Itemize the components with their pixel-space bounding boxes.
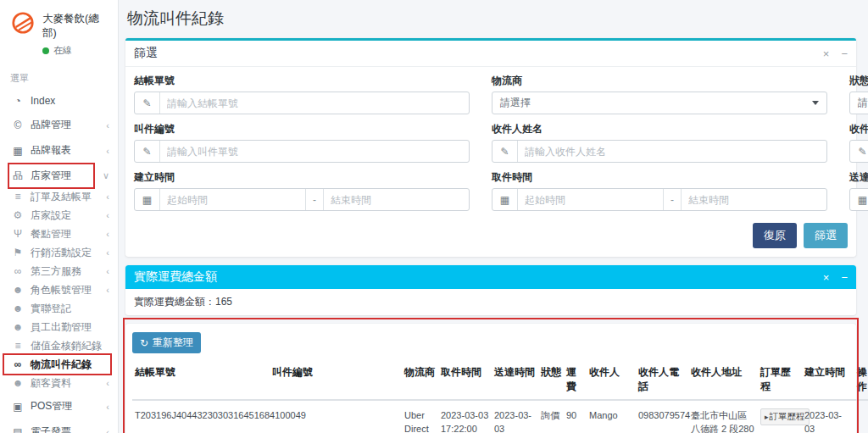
cell-checkout-no: T203196J4044323030316451684100049 — [132, 400, 270, 433]
refresh-button[interactable]: ↻ 重新整理 — [132, 332, 201, 353]
sidebar-section-label: 選單 — [0, 64, 118, 88]
sidebar-item-third-party[interactable]: ∞ 第三方服務 ‹ — [0, 262, 118, 280]
col-order-history: 訂單歷程 — [758, 361, 802, 400]
filter-card-tools: × − — [823, 48, 848, 59]
range-separator: - — [305, 189, 324, 210]
field-pickup-time: 取件時間 ▦ - — [492, 170, 827, 211]
col-recipient: 收件人 — [587, 361, 636, 400]
logistics-table-card: ↻ 重新整理 結帳單號 叫件編號 物流商 取件時間 送達時間 狀態 運費 收 — [125, 324, 856, 433]
sidebar-item-employee-attendance[interactable]: ☻ 員工出勤管理 — [0, 318, 118, 336]
sidebar-item-pos-management[interactable]: ▣ POS管理 ‹ — [0, 395, 118, 418]
reset-button[interactable]: 復原 — [753, 223, 797, 248]
created-time-label: 建立時間 — [134, 170, 470, 185]
caret-right-icon: ▸ — [765, 413, 769, 421]
chevron-left-icon: ‹ — [106, 427, 109, 433]
field-recipient-name: 收件人姓名 ✎ — [492, 122, 827, 163]
filter-button[interactable]: 篩選 — [804, 223, 848, 248]
cell-pickup: 2023-03-03 17:22:00 — [438, 400, 492, 433]
cell-address: 臺北市中山區八德路 2 段280號 — [688, 400, 758, 433]
motorcycle-icon: ∞ — [10, 358, 25, 370]
call-no-input[interactable] — [160, 141, 469, 162]
provider-select[interactable]: 請選擇 — [492, 92, 827, 114]
cell-status: 詢價 — [538, 400, 564, 433]
sidebar-item-contact-registration[interactable]: ☻ 實聯登記 — [0, 299, 118, 318]
sidebar-item-meal-management[interactable]: Ψ 餐點管理 ‹ — [0, 225, 118, 243]
pickup-time-end-input[interactable] — [682, 189, 826, 210]
table-row: T203196J4044323030316451684100049 Uber D… — [132, 400, 868, 433]
sidebar-item-e-invoice[interactable]: ▤ 電子發票 ‹ — [0, 420, 118, 433]
provider-label: 物流商 — [492, 74, 827, 88]
col-delivery-time: 送達時間 — [492, 361, 538, 400]
pickup-time-label: 取件時間 — [492, 170, 827, 185]
field-provider: 物流商 請選擇 — [492, 74, 827, 114]
pencil-icon: ✎ — [135, 92, 160, 114]
summary-card-tools: × − — [823, 272, 848, 283]
status-select[interactable]: 請選擇 — [849, 92, 868, 114]
cell-recipient: Mango — [587, 400, 636, 433]
sidebar-item-store-management[interactable]: 品 店家管理 ∨ — [0, 164, 118, 187]
chevron-left-icon: ‹ — [106, 146, 109, 156]
brand-name: 大麥餐飲(總部) — [42, 10, 109, 41]
sidebar-item-stored-value-records[interactable]: ≡ 儲值金核銷紀錄 — [0, 336, 118, 355]
close-icon[interactable]: × — [823, 272, 830, 283]
col-actions: 操作 — [854, 361, 868, 400]
cell-phone: 0983079574 — [636, 400, 688, 433]
sidebar-item-store-settings[interactable]: ⚙ 店家設定 ‹ — [0, 206, 118, 225]
col-recipient-phone: 收件人電話 — [636, 361, 688, 400]
main-content: 物流叫件紀錄 篩選 × − 結帳單號 ✎ 物流商 — [119, 0, 868, 433]
field-status: 狀態 請選擇 — [849, 74, 868, 114]
created-time-end-input[interactable] — [324, 189, 469, 210]
users-icon: ☻ — [10, 377, 25, 389]
recipient-name-input[interactable] — [518, 141, 826, 162]
summary-card: 實際運費總金額 × − 實際運費總金額：165 — [125, 265, 856, 315]
checkout-no-label: 結帳單號 — [134, 74, 470, 88]
brand[interactable]: 大麥餐飲(總部) 在線 — [0, 7, 118, 64]
chevron-left-icon: ‹ — [106, 120, 109, 130]
summary-total-text: 實際運費總金額：165 — [125, 289, 856, 315]
logistics-table: 結帳單號 叫件編號 物流商 取件時間 送達時間 狀態 運費 收件人 收件人電話 … — [132, 361, 868, 433]
table-icon: ▦ — [10, 145, 25, 157]
call-no-label: 叫件編號 — [134, 122, 470, 136]
pickup-time-start-input[interactable] — [518, 189, 663, 210]
range-separator: - — [663, 189, 682, 210]
copyright-icon: © — [10, 119, 25, 131]
chevron-left-icon: ‹ — [106, 247, 109, 258]
sidebar-item-brand-reports[interactable]: ▦ 品牌報表 ‹ — [0, 139, 118, 162]
close-icon[interactable]: × — [823, 48, 830, 59]
collapse-icon[interactable]: − — [841, 48, 848, 59]
collapse-icon[interactable]: − — [841, 272, 848, 283]
sitemap-icon: 品 — [10, 169, 25, 183]
table-icon: ▤ — [10, 426, 25, 433]
order-history-button[interactable]: ▸訂單歷程 — [760, 408, 810, 425]
cell-fee: 90 — [564, 400, 587, 433]
created-time-start-input[interactable] — [160, 189, 305, 210]
delivery-time-label: 送達時間 — [849, 170, 868, 185]
summary-card-header: 實際運費總金額 × − — [125, 265, 856, 289]
cell-provider: Uber Direct — [402, 400, 438, 433]
utensils-icon: Ψ — [10, 228, 25, 240]
col-fee: 運費 — [564, 361, 587, 400]
checkout-no-input[interactable] — [160, 92, 469, 114]
sidebar-item-customer-data[interactable]: ☻ 顧客資料 ‹ — [0, 374, 118, 392]
page-title: 物流叫件紀錄 — [127, 8, 856, 30]
online-status-label: 在線 — [53, 44, 72, 57]
sidebar-item-logistics-records[interactable]: ∞ 物流叫件紀錄 — [0, 355, 118, 374]
tachometer-icon: ◔ — [10, 95, 25, 107]
list-icon: ≡ — [10, 191, 25, 203]
sidebar-item-brand-management[interactable]: © 品牌管理 ‹ — [0, 114, 118, 136]
col-checkout-no: 結帳單號 — [132, 361, 270, 400]
filter-card-body: 結帳單號 ✎ 物流商 請選擇 狀態 請選擇 — [125, 67, 856, 257]
chevron-left-icon: ‹ — [106, 210, 109, 220]
chevron-left-icon: ‹ — [106, 229, 109, 239]
sidebar-item-role-accounts[interactable]: ☻ 角色帳號管理 ‹ — [0, 280, 118, 299]
col-provider: 物流商 — [402, 361, 438, 400]
col-status: 狀態 — [538, 361, 564, 400]
list-icon: ≡ — [10, 340, 25, 352]
filter-card-header: 篩選 × − — [125, 41, 856, 67]
desktop-icon: ▣ — [10, 401, 25, 413]
sidebar-item-orders-checkout[interactable]: ≡ 訂單及結帳單 ‹ — [0, 187, 118, 206]
sidebar-item-marketing-settings[interactable]: ⚑ 行銷活動設定 ‹ — [0, 243, 118, 262]
filter-actions: 復原 篩選 — [134, 223, 848, 248]
chevron-down-icon: ∨ — [103, 170, 109, 181]
sidebar-item-index[interactable]: ◔ Index — [0, 91, 118, 111]
